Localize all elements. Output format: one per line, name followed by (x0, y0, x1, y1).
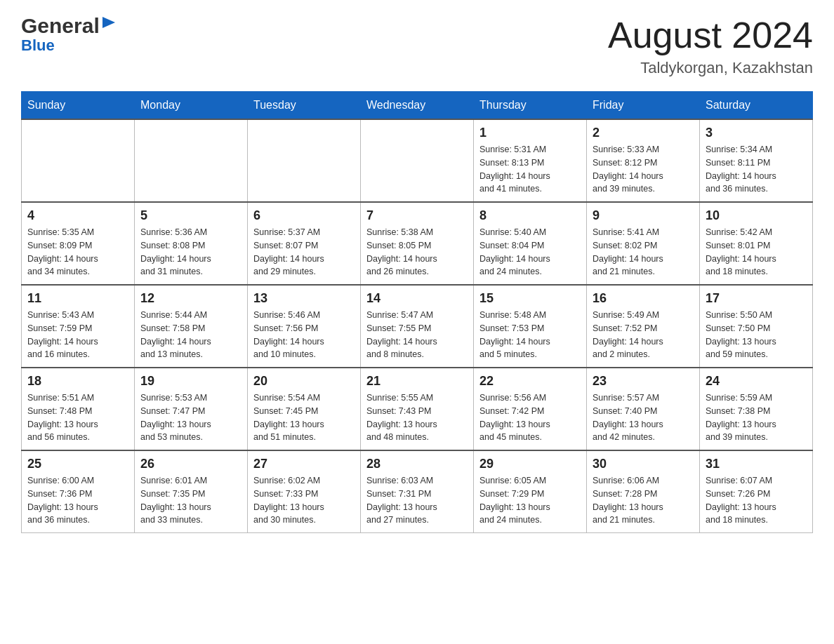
calendar-cell: 16Sunrise: 5:49 AMSunset: 7:52 PMDayligh… (587, 285, 700, 368)
day-info: Sunrise: 5:34 AMSunset: 8:11 PMDaylight:… (706, 143, 807, 196)
day-info: Sunrise: 5:55 AMSunset: 7:43 PMDaylight:… (366, 391, 468, 444)
calendar-table: SundayMondayTuesdayWednesdayThursdayFrid… (21, 91, 813, 533)
calendar-cell: 28Sunrise: 6:03 AMSunset: 7:31 PMDayligh… (361, 450, 474, 533)
calendar-cell: 9Sunrise: 5:41 AMSunset: 8:02 PMDaylight… (587, 202, 700, 285)
calendar-cell: 5Sunrise: 5:36 AMSunset: 8:08 PMDaylight… (135, 202, 248, 285)
calendar-cell: 27Sunrise: 6:02 AMSunset: 7:33 PMDayligh… (248, 450, 361, 533)
day-info: Sunrise: 6:03 AMSunset: 7:31 PMDaylight:… (366, 474, 468, 527)
week-row-1: 1Sunrise: 5:31 AMSunset: 8:13 PMDaylight… (22, 119, 813, 202)
calendar-cell: 20Sunrise: 5:54 AMSunset: 7:45 PMDayligh… (248, 368, 361, 450)
day-number: 9 (593, 208, 694, 223)
day-info: Sunrise: 5:50 AMSunset: 7:50 PMDaylight:… (706, 309, 807, 361)
logo-arrow-icon (101, 15, 117, 31)
day-info: Sunrise: 5:48 AMSunset: 7:53 PMDaylight:… (479, 309, 581, 361)
day-info: Sunrise: 6:07 AMSunset: 7:26 PMDaylight:… (706, 474, 807, 527)
calendar-cell: 13Sunrise: 5:46 AMSunset: 7:56 PMDayligh… (248, 285, 361, 368)
calendar-cell: 25Sunrise: 6:00 AMSunset: 7:36 PMDayligh… (22, 450, 135, 533)
calendar-cell (361, 119, 474, 202)
day-number: 30 (593, 457, 694, 471)
day-info: Sunrise: 5:41 AMSunset: 8:02 PMDaylight:… (593, 226, 694, 279)
logo-blue-text: Blue (21, 36, 55, 55)
page-header: General Blue August 2024 Taldykorgan, Ka… (21, 14, 813, 77)
weekday-header-monday: Monday (135, 92, 248, 120)
calendar-cell: 11Sunrise: 5:43 AMSunset: 7:59 PMDayligh… (22, 285, 135, 368)
calendar-cell: 3Sunrise: 5:34 AMSunset: 8:11 PMDaylight… (700, 119, 813, 202)
day-number: 19 (140, 374, 241, 389)
day-number: 22 (479, 374, 581, 389)
calendar-cell: 8Sunrise: 5:40 AMSunset: 8:04 PMDaylight… (474, 202, 587, 285)
calendar-cell: 12Sunrise: 5:44 AMSunset: 7:58 PMDayligh… (135, 285, 248, 368)
weekday-header-wednesday: Wednesday (361, 92, 474, 120)
calendar-cell: 29Sunrise: 6:05 AMSunset: 7:29 PMDayligh… (474, 450, 587, 533)
day-number: 28 (366, 457, 468, 471)
weekday-header-tuesday: Tuesday (248, 92, 361, 120)
day-number: 25 (27, 457, 128, 471)
day-number: 24 (706, 374, 807, 389)
calendar-cell: 19Sunrise: 5:53 AMSunset: 7:47 PMDayligh… (135, 368, 248, 450)
day-info: Sunrise: 6:02 AMSunset: 7:33 PMDaylight:… (253, 474, 355, 527)
weekday-header-row: SundayMondayTuesdayWednesdayThursdayFrid… (22, 92, 813, 120)
day-info: Sunrise: 5:40 AMSunset: 8:04 PMDaylight:… (479, 226, 581, 279)
day-number: 12 (140, 291, 241, 306)
day-number: 13 (253, 291, 355, 306)
day-number: 8 (479, 208, 581, 223)
logo-general-text: General (21, 14, 100, 38)
calendar-title: August 2024 (608, 14, 813, 56)
calendar-cell: 26Sunrise: 6:01 AMSunset: 7:35 PMDayligh… (135, 450, 248, 533)
day-info: Sunrise: 5:59 AMSunset: 7:38 PMDaylight:… (706, 391, 807, 444)
calendar-cell (135, 119, 248, 202)
day-number: 20 (253, 374, 355, 389)
calendar-subtitle: Taldykorgan, Kazakhstan (608, 59, 813, 77)
day-number: 5 (140, 208, 241, 223)
calendar-cell: 30Sunrise: 6:06 AMSunset: 7:28 PMDayligh… (587, 450, 700, 533)
day-info: Sunrise: 5:56 AMSunset: 7:42 PMDaylight:… (479, 391, 581, 444)
logo: General Blue (21, 14, 117, 55)
day-number: 29 (479, 457, 581, 471)
weekday-header-thursday: Thursday (474, 92, 587, 120)
day-number: 4 (27, 208, 128, 223)
calendar-cell: 14Sunrise: 5:47 AMSunset: 7:55 PMDayligh… (361, 285, 474, 368)
calendar-cell: 10Sunrise: 5:42 AMSunset: 8:01 PMDayligh… (700, 202, 813, 285)
week-row-2: 4Sunrise: 5:35 AMSunset: 8:09 PMDaylight… (22, 202, 813, 285)
day-info: Sunrise: 5:53 AMSunset: 7:47 PMDaylight:… (140, 391, 241, 444)
calendar-cell: 31Sunrise: 6:07 AMSunset: 7:26 PMDayligh… (700, 450, 813, 533)
calendar-cell: 15Sunrise: 5:48 AMSunset: 7:53 PMDayligh… (474, 285, 587, 368)
calendar-cell: 4Sunrise: 5:35 AMSunset: 8:09 PMDaylight… (22, 202, 135, 285)
title-section: August 2024 Taldykorgan, Kazakhstan (608, 14, 813, 77)
day-info: Sunrise: 5:57 AMSunset: 7:40 PMDaylight:… (593, 391, 694, 444)
day-number: 16 (593, 291, 694, 306)
calendar-cell: 6Sunrise: 5:37 AMSunset: 8:07 PMDaylight… (248, 202, 361, 285)
day-number: 11 (27, 291, 128, 306)
calendar-cell: 24Sunrise: 5:59 AMSunset: 7:38 PMDayligh… (700, 368, 813, 450)
day-number: 23 (593, 374, 694, 389)
day-info: Sunrise: 5:37 AMSunset: 8:07 PMDaylight:… (253, 226, 355, 279)
day-number: 26 (140, 457, 241, 471)
week-row-5: 25Sunrise: 6:00 AMSunset: 7:36 PMDayligh… (22, 450, 813, 533)
day-number: 14 (366, 291, 468, 306)
calendar-cell: 23Sunrise: 5:57 AMSunset: 7:40 PMDayligh… (587, 368, 700, 450)
svg-marker-0 (102, 17, 115, 28)
day-info: Sunrise: 5:46 AMSunset: 7:56 PMDaylight:… (253, 309, 355, 361)
day-number: 17 (706, 291, 807, 306)
day-info: Sunrise: 5:43 AMSunset: 7:59 PMDaylight:… (27, 309, 128, 361)
day-number: 3 (706, 126, 807, 140)
calendar-cell: 1Sunrise: 5:31 AMSunset: 8:13 PMDaylight… (474, 119, 587, 202)
day-info: Sunrise: 5:42 AMSunset: 8:01 PMDaylight:… (706, 226, 807, 279)
day-info: Sunrise: 5:38 AMSunset: 8:05 PMDaylight:… (366, 226, 468, 279)
calendar-cell: 7Sunrise: 5:38 AMSunset: 8:05 PMDaylight… (361, 202, 474, 285)
weekday-header-sunday: Sunday (22, 92, 135, 120)
day-number: 10 (706, 208, 807, 223)
day-info: Sunrise: 5:35 AMSunset: 8:09 PMDaylight:… (27, 226, 128, 279)
day-info: Sunrise: 5:51 AMSunset: 7:48 PMDaylight:… (27, 391, 128, 444)
calendar-cell: 22Sunrise: 5:56 AMSunset: 7:42 PMDayligh… (474, 368, 587, 450)
day-info: Sunrise: 5:33 AMSunset: 8:12 PMDaylight:… (593, 143, 694, 196)
day-number: 1 (479, 126, 581, 140)
day-info: Sunrise: 6:05 AMSunset: 7:29 PMDaylight:… (479, 474, 581, 527)
day-number: 21 (366, 374, 468, 389)
calendar-cell: 2Sunrise: 5:33 AMSunset: 8:12 PMDaylight… (587, 119, 700, 202)
weekday-header-saturday: Saturday (700, 92, 813, 120)
day-info: Sunrise: 5:49 AMSunset: 7:52 PMDaylight:… (593, 309, 694, 361)
day-info: Sunrise: 5:54 AMSunset: 7:45 PMDaylight:… (253, 391, 355, 444)
weekday-header-friday: Friday (587, 92, 700, 120)
day-number: 31 (706, 457, 807, 471)
